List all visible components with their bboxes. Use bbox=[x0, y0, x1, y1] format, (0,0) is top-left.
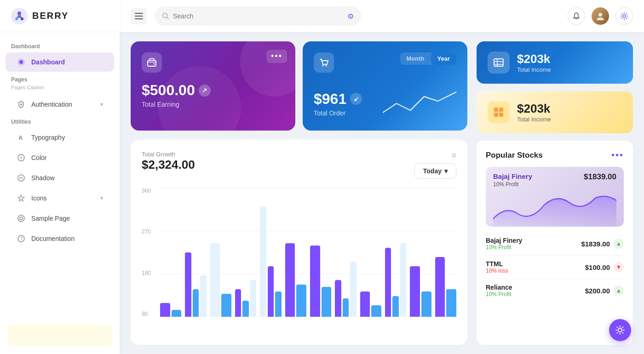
stock-ttml-price: $100.00 bbox=[585, 263, 610, 271]
y-label-180: 180 bbox=[142, 270, 151, 276]
order-info: $961 ↙ Total Order bbox=[314, 91, 362, 117]
bar-group-11 bbox=[410, 266, 431, 317]
chart-header: Total Growth $2,324.00 ≡ Today ▾ bbox=[142, 151, 456, 179]
order-icon-box bbox=[314, 52, 334, 73]
pages-caption: Pages Caption bbox=[0, 85, 120, 94]
month-button[interactable]: Month bbox=[400, 52, 431, 65]
earning-label: Total Earning bbox=[142, 101, 284, 108]
bar bbox=[172, 310, 182, 317]
y-label-90: 90 bbox=[142, 311, 151, 317]
bar bbox=[185, 252, 191, 317]
search-bar: ⚙ bbox=[155, 6, 361, 26]
bar bbox=[360, 291, 370, 317]
sidebar-item-dashboard[interactable]: Dashboard bbox=[6, 52, 114, 72]
bar-group-6 bbox=[285, 243, 306, 317]
bar bbox=[322, 287, 332, 317]
chart-menu-icon[interactable]: ≡ bbox=[451, 151, 456, 160]
stock-item-ttml: TTML 10% loss $100.00 ▼ bbox=[486, 256, 624, 279]
search-input[interactable] bbox=[173, 12, 344, 20]
header-actions bbox=[568, 7, 633, 25]
shadow-icon bbox=[17, 173, 26, 183]
today-button[interactable]: Today ▾ bbox=[414, 163, 456, 179]
svg-point-2 bbox=[15, 17, 18, 20]
income-yellow-amount: $203k bbox=[517, 102, 551, 116]
sidebar-item-sample-page[interactable]: Sample Page bbox=[6, 209, 114, 228]
stock-item-bajaj: Bajaj Finery 10% Profit $1839.00 ▲ bbox=[486, 232, 624, 256]
featured-stock-chart: Bajaj Finery 10% Profit $1839.00 bbox=[486, 167, 624, 227]
bar-group-9 bbox=[360, 291, 381, 317]
bar bbox=[242, 301, 248, 317]
sidebar-item-typography[interactable]: A Typography bbox=[6, 128, 114, 147]
avatar-icon bbox=[595, 11, 605, 21]
documentation-icon: ? bbox=[17, 234, 26, 243]
chart-y-labels: 360 270 180 90 bbox=[142, 188, 151, 317]
sidebar-footer bbox=[7, 324, 112, 347]
chart-card: Total Growth $2,324.00 ≡ Today ▾ 360 bbox=[131, 140, 467, 345]
sample-page-icon bbox=[17, 214, 26, 223]
svg-rect-33 bbox=[494, 113, 498, 117]
chart-subtitle: Total Growth bbox=[142, 151, 195, 158]
stock-ttml-profit: 10% loss bbox=[486, 268, 585, 274]
stock-bajaj-profit: 10% Profit bbox=[486, 244, 581, 251]
featured-stock-name: Bajaj Finery bbox=[493, 172, 532, 180]
bar bbox=[350, 262, 356, 317]
bar bbox=[385, 248, 391, 317]
header: ⚙ bbox=[120, 0, 644, 32]
svg-point-12 bbox=[18, 215, 24, 222]
auth-chevron: ▾ bbox=[100, 101, 103, 108]
stock-reliance-info: Reliance 10% Profit bbox=[486, 284, 585, 297]
month-year-toggle: Month Year bbox=[400, 52, 456, 65]
fab-settings-button[interactable] bbox=[609, 319, 631, 341]
bar bbox=[210, 243, 220, 317]
svg-text:A: A bbox=[18, 134, 23, 141]
logo-icon bbox=[11, 8, 28, 24]
color-label: Color bbox=[31, 154, 46, 161]
sidebar-item-authentication[interactable]: Authentication ▾ bbox=[6, 95, 114, 114]
sidebar-content: Dashboard Dashboard Pages Pages Caption … bbox=[0, 32, 120, 320]
hamburger-button[interactable] bbox=[131, 8, 147, 24]
featured-stock-header: Bajaj Finery 10% Profit $1839.00 bbox=[493, 172, 616, 188]
filter-icon[interactable]: ⚙ bbox=[347, 12, 354, 21]
bar bbox=[335, 280, 341, 317]
bar bbox=[260, 206, 266, 317]
sidebar-item-documentation[interactable]: ? Documentation bbox=[6, 229, 114, 248]
earning-arrow-icon: ↗ bbox=[199, 85, 211, 97]
order-sparkline bbox=[383, 87, 456, 120]
notifications-button[interactable] bbox=[568, 7, 585, 25]
svg-point-25 bbox=[322, 65, 324, 67]
bar-chart: 360 270 180 90 bbox=[142, 188, 456, 317]
auth-icon bbox=[17, 100, 26, 109]
svg-rect-18 bbox=[135, 18, 143, 19]
svg-point-1 bbox=[17, 11, 21, 15]
income-blue-icon bbox=[488, 51, 510, 74]
earning-more-button[interactable]: ••• bbox=[266, 50, 287, 63]
main-content: ••• $500.00 ↗ Total Earning bbox=[120, 32, 644, 354]
bar-group-4 bbox=[235, 280, 256, 317]
bar bbox=[371, 305, 381, 317]
avatar[interactable] bbox=[592, 7, 609, 25]
typography-icon: A bbox=[17, 133, 26, 142]
svg-rect-23 bbox=[148, 60, 156, 66]
sidebar-item-color[interactable]: Color bbox=[6, 148, 114, 167]
grid-icon bbox=[493, 107, 504, 118]
svg-point-3 bbox=[21, 17, 23, 20]
bar-group-5 bbox=[260, 206, 281, 317]
svg-point-9 bbox=[20, 156, 23, 159]
featured-stock-info: Bajaj Finery 10% Profit bbox=[493, 172, 532, 188]
svg-point-21 bbox=[598, 13, 602, 17]
dashboard-icon bbox=[17, 57, 26, 67]
auth-label: Authentication bbox=[31, 101, 72, 108]
sidebar-item-icons[interactable]: Icons ▾ bbox=[6, 188, 114, 208]
year-button[interactable]: Year bbox=[431, 52, 456, 65]
stocks-card: Popular Stocks ••• Bajaj Finery 10% Prof… bbox=[477, 141, 633, 345]
section-label-pages: Pages bbox=[0, 73, 120, 85]
settings-button[interactable] bbox=[615, 7, 633, 25]
shadow-label: Shadow bbox=[31, 174, 55, 182]
svg-point-26 bbox=[326, 65, 327, 67]
sidebar-item-shadow[interactable]: Shadow bbox=[6, 168, 114, 188]
icons-label: Icons bbox=[31, 194, 46, 202]
dashboard-label: Dashboard bbox=[31, 58, 65, 66]
stocks-more-button[interactable]: ••• bbox=[611, 150, 624, 160]
top-cards: ••• $500.00 ↗ Total Earning bbox=[131, 41, 467, 131]
table-icon bbox=[493, 57, 504, 68]
